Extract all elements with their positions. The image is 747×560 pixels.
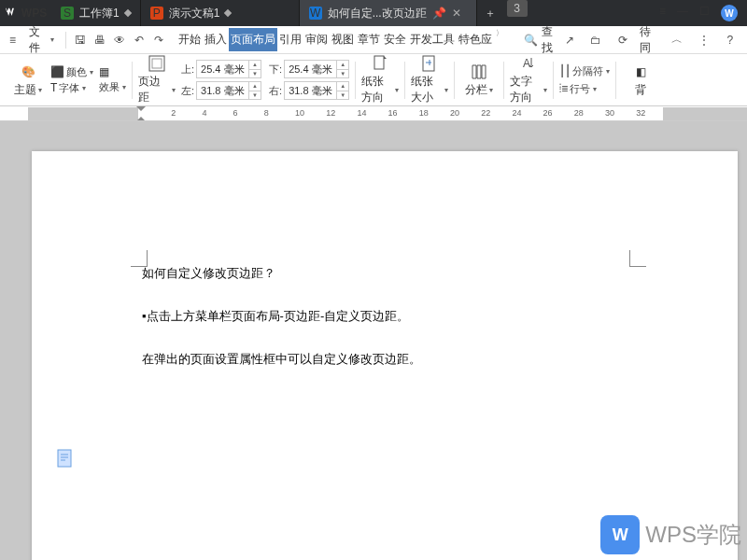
line-numbers-button[interactable]: ⦙≡行号▾ xyxy=(559,82,610,96)
presentation-icon: P xyxy=(150,7,163,20)
minimize-icon[interactable]: — xyxy=(677,5,688,21)
user-avatar[interactable]: W xyxy=(721,5,738,21)
margin-bottom-input[interactable]: ▲▼ xyxy=(284,60,349,78)
background-icon: ◧ xyxy=(631,63,650,81)
help-icon[interactable]: ? xyxy=(721,30,740,50)
sync-label[interactable]: 待同 xyxy=(640,24,660,56)
text-direction-button[interactable]: A 文字方向▾ xyxy=(510,54,547,105)
margin-top-input[interactable]: ▲▼ xyxy=(196,60,261,78)
tab-page-layout[interactable]: 页面布局 xyxy=(229,28,277,51)
tab-security[interactable]: 安全 xyxy=(382,28,408,51)
tab-start[interactable]: 开始 xyxy=(176,28,203,51)
ribbon-tabs: 开始 插入 页面布局 引用 审阅 视图 章节 安全 开发工具 特色应 〉 xyxy=(176,28,503,51)
sync-icon[interactable]: ⟳ xyxy=(613,30,632,50)
tab-insert[interactable]: 插入 xyxy=(203,28,229,51)
page: 如何自定义修改页边距？ ▪点击上方菜单栏页面布局-页边距-自定义页边距。 在弹出… xyxy=(32,151,738,560)
title-bar: WPS S 工作簿1 P 演示文稿1 W 如何自定...改页边距 📌 ✕ ＋ 3… xyxy=(0,0,747,26)
theme-button[interactable]: 🎨 主题▾ xyxy=(9,63,47,98)
maximize-icon[interactable]: ☐ xyxy=(699,5,710,21)
share-icon[interactable]: ↗ xyxy=(560,30,579,50)
pin-icon[interactable]: 📌 xyxy=(432,7,446,20)
collapse-icon[interactable]: ︿ xyxy=(668,30,686,50)
ruler-tick: 8 xyxy=(264,108,269,118)
window-controls: ≡ — ☐ W xyxy=(650,5,747,21)
theme-group: 🎨 主题▾ ⬛颜色▾ T字体▾ ▦ 效果▾ xyxy=(6,54,130,105)
spin-up-icon[interactable]: ▲ xyxy=(337,61,348,70)
spin-up-icon[interactable]: ▲ xyxy=(249,61,261,70)
writer-icon: W xyxy=(309,7,322,20)
breaks-button[interactable]: ⎮⎮分隔符▾ xyxy=(559,64,610,78)
tab-developer[interactable]: 开发工具 xyxy=(408,28,457,51)
spin-up-icon[interactable]: ▲ xyxy=(337,82,348,91)
overflow-icon[interactable]: 〉 xyxy=(496,28,503,51)
ruler-tick: 12 xyxy=(326,108,335,118)
paragraph-icon[interactable] xyxy=(56,448,75,469)
spin-down-icon[interactable]: ▼ xyxy=(249,91,261,100)
right-tools: ↗ 🗀 ⟳ 待同 ︿ ⋮ ? xyxy=(560,24,743,56)
tab-view[interactable]: 视图 xyxy=(330,28,356,51)
tab-workbook[interactable]: S 工作簿1 xyxy=(51,0,141,26)
paper-size-button[interactable]: 纸张大小▾ xyxy=(411,54,448,105)
spin-up-icon[interactable]: ▲ xyxy=(249,82,261,91)
corner-mark-icon xyxy=(629,250,646,267)
file-menu[interactable]: 文件▾ xyxy=(23,24,60,56)
margin-right-input[interactable]: ▲▼ xyxy=(284,81,349,100)
svg-rect-3 xyxy=(423,56,434,71)
page-content[interactable]: 如何自定义修改页边距？ ▪点击上方菜单栏页面布局-页边距-自定义页边距。 在弹出… xyxy=(142,265,609,394)
search-icon: 🔍 xyxy=(524,34,538,47)
margin-left-input[interactable]: ▲▼ xyxy=(196,81,261,100)
tab-references[interactable]: 引用 xyxy=(277,28,303,51)
lineno-icon: ⦙≡ xyxy=(559,82,568,95)
spreadsheet-icon: S xyxy=(61,7,74,20)
menubar: ≡ 文件▾ 🖫 🖶 👁 ↶ ↷ 开始 插入 页面布局 引用 审阅 视图 章节 安… xyxy=(0,26,747,54)
preset-button[interactable]: ▦ xyxy=(99,65,126,78)
tab-sections[interactable]: 章节 xyxy=(356,28,382,51)
search-button[interactable]: 🔍 查找 xyxy=(524,24,558,56)
doc-text[interactable]: 在弹出的页面设置属性框中可以自定义修改页边距。 xyxy=(142,351,609,368)
spin-down-icon[interactable]: ▼ xyxy=(249,70,261,78)
doc-tabs: S 工作簿1 P 演示文稿1 W 如何自定...改页边距 📌 ✕ ＋ 3 xyxy=(51,0,650,26)
svg-rect-1 xyxy=(152,59,162,68)
ruler-tick: 20 xyxy=(450,108,459,118)
background-button[interactable]: ◧ 背 xyxy=(622,63,659,98)
add-tab-button[interactable]: ＋ xyxy=(477,0,503,26)
margin-group: 页边距▾ 上: ▲▼ 下: ▲▼ 左: ▲▼ 右: ▲▼ xyxy=(134,54,353,105)
ruler-tick: 14 xyxy=(357,108,366,118)
folder-icon[interactable]: 🗀 xyxy=(586,30,605,50)
margin-right-label: 右: xyxy=(269,84,282,98)
print-icon[interactable]: 🖶 xyxy=(91,30,108,50)
doc-text[interactable]: ▪点击上方菜单栏页面布局-页边距-自定义页边距。 xyxy=(142,308,609,325)
undo-icon[interactable]: ↶ xyxy=(130,30,148,50)
hamburger-icon[interactable]: ≡ xyxy=(4,30,21,50)
tab-label: 演示文稿1 xyxy=(169,6,220,21)
document-canvas[interactable]: 如何自定义修改页边距？ ▪点击上方菜单栏页面布局-页边距-自定义页边距。 在弹出… xyxy=(0,121,747,560)
save-icon[interactable]: 🖫 xyxy=(71,30,89,50)
menu-icon[interactable]: ≡ xyxy=(659,5,666,21)
tab-document[interactable]: W 如何自定...改页边距 📌 ✕ xyxy=(300,0,477,26)
margin-button[interactable]: 页边距▾ xyxy=(138,54,176,105)
dirty-icon xyxy=(123,9,131,17)
color-button[interactable]: ⬛颜色▾ xyxy=(50,65,93,79)
margin-icon xyxy=(148,54,166,73)
color-icon: ⬛ xyxy=(50,65,64,78)
more-icon[interactable]: ⋮ xyxy=(694,30,712,50)
horizontal-ruler[interactable]: 6422468101214161820222426283032343638404… xyxy=(0,106,747,121)
indent-marker-icon[interactable] xyxy=(136,106,146,119)
columns-button[interactable]: 分栏▾ xyxy=(460,63,498,98)
effect-button[interactable]: 效果▾ xyxy=(99,80,126,94)
spin-down-icon[interactable]: ▼ xyxy=(337,91,348,100)
tab-review[interactable]: 审阅 xyxy=(303,28,330,51)
close-icon[interactable]: ✕ xyxy=(452,7,461,20)
orientation-button[interactable]: 纸张方向▾ xyxy=(361,54,399,105)
font-button[interactable]: T字体▾ xyxy=(50,81,93,95)
spin-down-icon[interactable]: ▼ xyxy=(337,70,348,78)
tab-features[interactable]: 特色应 xyxy=(457,28,494,51)
svg-rect-0 xyxy=(149,56,164,71)
ruler-tick: 24 xyxy=(512,108,521,118)
redo-icon[interactable]: ↷ xyxy=(149,30,167,50)
preview-icon[interactable]: 👁 xyxy=(110,30,128,50)
tab-presentation[interactable]: P 演示文稿1 xyxy=(141,0,300,26)
preset-icon: ▦ xyxy=(99,65,109,78)
doc-text[interactable]: 如何自定义修改页边距？ xyxy=(142,265,609,282)
tab-count-badge[interactable]: 3 xyxy=(507,0,528,17)
